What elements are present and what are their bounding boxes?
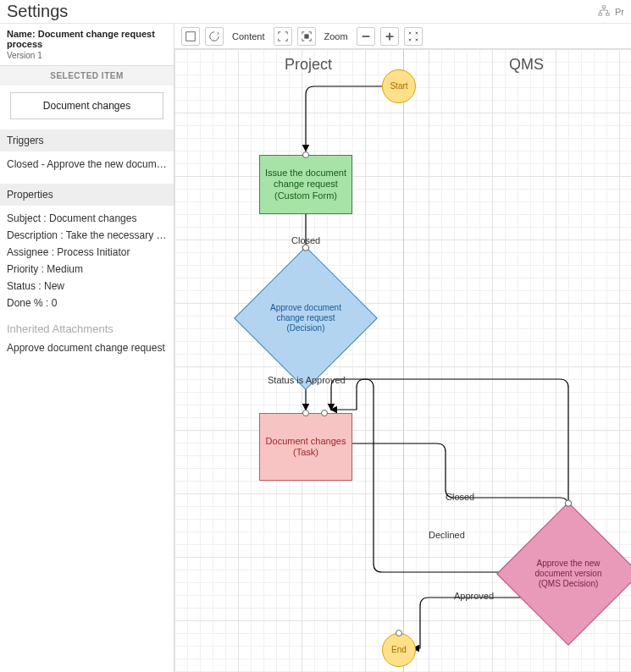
sidebar: Name: Document change request process Ve…	[0, 24, 174, 672]
zoom-reset-button[interactable]	[404, 27, 423, 46]
page-title: Settings	[7, 2, 68, 21]
prop-assignee: Assignee : Process Initiator	[7, 246, 167, 258]
undo-button[interactable]	[181, 27, 200, 46]
trigger-item[interactable]: Closed - Approve the new document versio…	[7, 158, 167, 170]
edge-label-closed1: Closed	[291, 235, 320, 245]
svg-rect-2	[606, 13, 610, 15]
edge-label-declined: Declined	[429, 530, 465, 540]
attachment-item[interactable]: Approve document change request	[0, 339, 174, 357]
node-end[interactable]: End	[382, 633, 416, 667]
zoom-out-button[interactable]	[357, 27, 375, 46]
content-label: Content	[229, 31, 268, 41]
zoom-label: Zoom	[321, 31, 351, 41]
selected-item-box[interactable]: Document changes	[10, 92, 163, 119]
toolbar: Content Zoom	[174, 24, 631, 49]
fit-width-button[interactable]	[274, 27, 292, 46]
node-start[interactable]: Start	[382, 69, 416, 103]
inherited-attachments-header: Inherited Attachments	[0, 322, 174, 339]
network-icon	[598, 5, 610, 19]
lane-qms: QMS	[509, 56, 544, 74]
svg-rect-3	[186, 31, 196, 41]
edge-label-closed2: Closed	[446, 492, 474, 502]
prop-status: Status : New	[7, 280, 167, 292]
triggers-header: Triggers	[0, 129, 174, 151]
canvas[interactable]: Project QMS	[174, 49, 631, 672]
prop-description: Description : Take the necessary changes…	[7, 229, 167, 241]
properties-header: Properties	[0, 184, 174, 206]
svg-rect-1	[599, 13, 602, 15]
lane-divider	[403, 49, 404, 672]
fit-selection-button[interactable]	[297, 27, 316, 46]
edge-label-approved: Approved	[454, 591, 494, 601]
redo-button[interactable]	[205, 27, 224, 46]
zoom-in-button[interactable]	[380, 27, 399, 46]
header-right-text: Pr	[615, 7, 624, 17]
selected-item-header: SELECTED ITEM	[0, 66, 174, 85]
prop-priority: Priority : Medium	[7, 263, 167, 275]
lane-project: Project	[285, 56, 332, 74]
version-label: Version 1	[7, 51, 167, 60]
prop-subject: Subject : Document changes	[7, 212, 167, 224]
edge-label-status-approved: Status is Approved	[268, 375, 346, 385]
prop-done: Done % : 0	[7, 297, 167, 309]
node-issue[interactable]: Issue the document change request (Custo…	[259, 155, 352, 214]
svg-rect-0	[602, 5, 606, 8]
svg-rect-4	[304, 34, 308, 38]
name-label: Name:	[7, 29, 36, 39]
node-docchanges[interactable]: Document changes (Task)	[259, 413, 352, 481]
